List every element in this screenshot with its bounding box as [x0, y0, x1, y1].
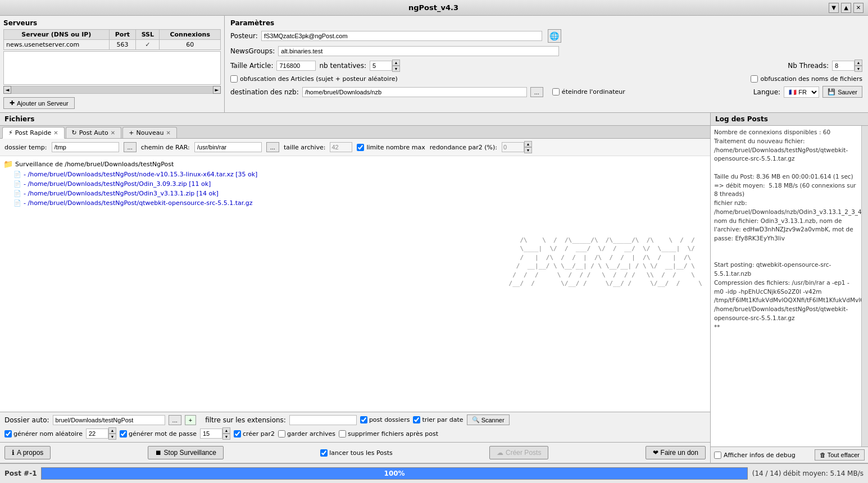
- limite-nombre-max-checkbox[interactable]: [357, 144, 364, 151]
- taille-article-input[interactable]: [276, 61, 316, 71]
- dossier-auto-add[interactable]: +: [185, 415, 196, 425]
- redondance-up[interactable]: ▲: [524, 141, 532, 147]
- server-name: news.usenetserver.com: [4, 40, 110, 50]
- progress-bar-fill: 100%: [42, 468, 747, 479]
- destination-nzb-input[interactable]: [302, 87, 527, 97]
- newsgroups-input[interactable]: [278, 46, 559, 56]
- obfuscation-row: obfuscation des Articles (sujet + posteu…: [230, 75, 862, 83]
- file-tree-root[interactable]: 📁 Surveillance de /home/bruel/Downloads/…: [2, 158, 708, 170]
- nb-tentatives-down[interactable]: ▼: [392, 66, 400, 72]
- nb-threads-up[interactable]: ▲: [855, 60, 862, 66]
- taille-archive-label: taille archive:: [284, 144, 326, 151]
- parametres-panel: Paramètres Posteur: 🌐 NewsGroups: Taille…: [225, 16, 868, 112]
- garder-archives-label[interactable]: garder archives: [278, 430, 335, 438]
- log-header: Log des Posts: [711, 113, 868, 126]
- newsgroups-label: NewsGroups:: [230, 47, 275, 55]
- chemin-rar-browse[interactable]: ...: [266, 142, 279, 152]
- tab-nouveau[interactable]: + Nouveau ✕: [122, 127, 177, 138]
- nb-threads-down[interactable]: ▼: [855, 66, 862, 72]
- tab-close-post-auto[interactable]: ✕: [111, 130, 115, 136]
- destination-nzb-browse[interactable]: ...: [530, 87, 543, 97]
- chemin-rar-input[interactable]: [194, 142, 262, 152]
- supprimer-fichiers-checkbox[interactable]: [339, 430, 346, 438]
- creer-par2-checkbox[interactable]: [234, 430, 241, 438]
- dossier-temp-input[interactable]: [52, 142, 119, 152]
- generer-nom-input[interactable]: [86, 429, 108, 439]
- tab-post-rapide[interactable]: ⚡ Post Rapide ✕: [2, 127, 65, 139]
- dossier-auto-input[interactable]: [53, 415, 165, 425]
- obfuscation-articles-checkbox[interactable]: [230, 75, 238, 83]
- nb-threads-input[interactable]: [832, 61, 855, 71]
- log-panel: Log des Posts Nombre de connexions dispo…: [711, 113, 868, 463]
- trier-par-date-label[interactable]: trier par date: [413, 416, 463, 423]
- lightning-icon: ⚡: [8, 129, 13, 136]
- posteur-icon-btn[interactable]: 🌐: [548, 29, 561, 43]
- faire-don-button[interactable]: ❤ Faire un don: [646, 446, 706, 459]
- log-scrollbar[interactable]: [861, 126, 868, 446]
- hscroll-left[interactable]: ◄: [3, 86, 11, 94]
- tabs-bar: ⚡ Post Rapide ✕ ↻ Post Auto ✕ + Nouveau …: [0, 126, 710, 139]
- tab-post-auto[interactable]: ↻ Post Auto ✕: [66, 127, 122, 138]
- generer-nom-label[interactable]: générer nom aléatoire: [4, 430, 83, 438]
- afficher-debug-label[interactable]: Afficher infos de debug: [714, 452, 796, 459]
- scanner-button[interactable]: 🔍 Scanner: [467, 414, 510, 425]
- ajouter-serveur-button[interactable]: ✚ Ajouter un Serveur: [3, 97, 75, 109]
- hscroll-track[interactable]: [11, 86, 213, 94]
- list-item[interactable]: 📄 - /home/bruel/Downloads/testNgPost/qtw…: [2, 198, 708, 208]
- generer-nom-checkbox[interactable]: [4, 430, 12, 438]
- dossier-temp-browse[interactable]: ...: [124, 142, 137, 152]
- generer-mdp-up[interactable]: ▲: [222, 427, 230, 434]
- generer-mdp-checkbox[interactable]: [120, 430, 127, 438]
- hscroll-right[interactable]: ►: [213, 86, 221, 94]
- maximize-button[interactable]: ▲: [841, 3, 851, 13]
- afficher-debug-checkbox[interactable]: [714, 452, 721, 459]
- apropos-button[interactable]: ℹ A propos: [4, 446, 51, 459]
- obfuscation-fichiers-checkbox[interactable]: [751, 75, 758, 83]
- generer-mdp-down[interactable]: ▼: [222, 434, 230, 440]
- list-item[interactable]: 📄 - /home/bruel/Downloads/testNgPost/Odi…: [2, 189, 708, 198]
- save-icon: 💾: [828, 88, 835, 95]
- list-item[interactable]: 📄 - /home/bruel/Downloads/testNgPost/nod…: [2, 170, 708, 179]
- eteindre-checkbox[interactable]: [552, 88, 560, 95]
- generer-mdp-spinner: ▲ ▼: [200, 427, 230, 440]
- nb-tentatives-input[interactable]: [370, 61, 392, 71]
- stop-surveillance-button[interactable]: ⏹ Stop Surveillance: [148, 446, 224, 459]
- post-label: Post #-1: [4, 470, 37, 477]
- generer-nom-up[interactable]: ▲: [108, 427, 116, 434]
- serveurs-title: Serveurs: [3, 19, 221, 27]
- generer-mdp-input[interactable]: [200, 429, 222, 439]
- creer-par2-label[interactable]: créer par2: [234, 430, 275, 438]
- filtre-extensions-input[interactable]: [289, 415, 357, 425]
- minimize-button[interactable]: ▼: [829, 3, 839, 13]
- posteur-input[interactable]: [261, 31, 542, 41]
- chemin-rar-label: chemin de RAR:: [141, 144, 190, 151]
- trier-par-date-checkbox[interactable]: [413, 416, 420, 423]
- redondance-down[interactable]: ▼: [524, 147, 532, 153]
- lancer-tous-posts-checkbox[interactable]: [320, 449, 328, 457]
- nb-tentatives-up[interactable]: ▲: [392, 60, 400, 66]
- tab-close-post-rapide[interactable]: ✕: [53, 130, 58, 136]
- creer-posts-button[interactable]: ☁ Créer Posts: [489, 446, 548, 459]
- obfuscation-articles-label[interactable]: obfuscation des Articles (sujet + posteu…: [230, 75, 398, 83]
- supprimer-fichiers-label[interactable]: supprimer fichiers après post: [339, 430, 438, 438]
- sauver-button[interactable]: 💾 Sauver: [822, 86, 862, 98]
- tout-effacer-button[interactable]: 🗑 Tout effacer: [815, 449, 865, 461]
- lancer-tous-posts-label[interactable]: lancer tous les Posts: [320, 449, 393, 457]
- serveurs-hscroll: ◄ ►: [3, 86, 221, 94]
- generer-mdp-label[interactable]: générer mot de passe: [120, 430, 197, 438]
- garder-archives-checkbox[interactable]: [278, 430, 285, 438]
- server-ssl: ✓: [136, 40, 160, 50]
- post-dossiers-checkbox[interactable]: [360, 416, 367, 423]
- obfuscation-fichiers-label[interactable]: obfuscation des noms de fichiers: [751, 75, 862, 83]
- langue-select[interactable]: 🇫🇷 FR 🇬🇧 EN: [784, 86, 819, 98]
- tab-close-nouveau[interactable]: ✕: [166, 130, 170, 136]
- eteindre-label[interactable]: éteindre l'ordinateur: [552, 88, 625, 95]
- generer-nom-down[interactable]: ▼: [108, 434, 116, 440]
- dossier-auto-browse[interactable]: ...: [169, 415, 181, 425]
- server-connections: 60: [160, 40, 221, 50]
- post-dossiers-label[interactable]: post dossiers: [360, 416, 410, 423]
- limite-nombre-max-label[interactable]: limite nombre max: [357, 144, 425, 151]
- list-item[interactable]: 📄 - /home/bruel/Downloads/testNgPost/Odi…: [2, 179, 708, 189]
- file-icon: 📄: [13, 199, 21, 207]
- close-button[interactable]: ✕: [853, 3, 864, 13]
